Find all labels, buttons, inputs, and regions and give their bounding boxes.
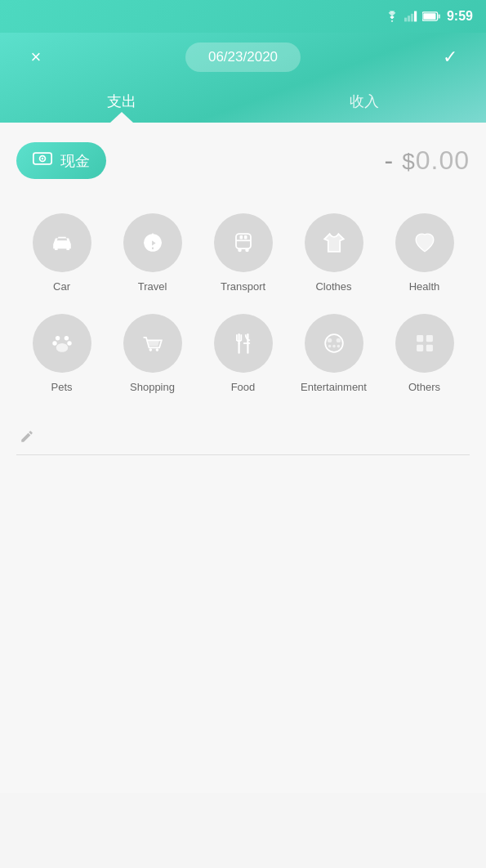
svg-point-19: [55, 336, 59, 340]
pencil-icon: [20, 429, 34, 448]
tab-row: 支出 收入: [0, 82, 486, 123]
svg-rect-2: [411, 14, 413, 22]
svg-point-24: [149, 348, 152, 351]
svg-rect-17: [239, 235, 243, 239]
svg-point-31: [327, 338, 331, 342]
others-circle: [395, 314, 454, 373]
clothes-circle: [305, 213, 363, 272]
note-row: [16, 423, 470, 455]
header: × 06/23/2020 ✓ 支出 收入: [0, 33, 486, 123]
svg-point-14: [238, 248, 242, 253]
travel-circle: [123, 213, 182, 272]
svg-rect-6: [423, 13, 435, 20]
category-others[interactable]: Others: [379, 306, 470, 406]
main-content: 现金 - $0.00 Car Travel Transport: [0, 123, 486, 793]
payment-pill[interactable]: 现金: [16, 142, 106, 179]
category-grid: Car Travel Transport Clothes: [16, 205, 470, 406]
wifi-icon: [385, 11, 399, 22]
svg-point-11: [65, 245, 69, 248]
status-time: 9:59: [447, 9, 473, 24]
category-entertainment[interactable]: Entertainment: [288, 306, 379, 406]
svg-point-35: [337, 345, 340, 348]
entertainment-circle: [305, 314, 363, 373]
status-bar: 9:59: [0, 0, 486, 33]
category-food[interactable]: Food: [198, 306, 288, 406]
tab-income[interactable]: 收入: [243, 82, 487, 123]
svg-point-32: [336, 338, 340, 342]
svg-rect-36: [417, 335, 423, 342]
svg-point-33: [332, 345, 336, 348]
svg-rect-0: [404, 18, 407, 22]
transport-circle: [214, 213, 273, 272]
status-icons: [385, 11, 440, 22]
clothes-label: Clothes: [315, 280, 351, 293]
battery-icon: [422, 11, 440, 21]
category-pets[interactable]: Pets: [16, 306, 107, 406]
tab-expense[interactable]: 支出: [0, 82, 243, 123]
svg-rect-5: [438, 14, 440, 18]
car-label: Car: [53, 280, 70, 293]
svg-rect-39: [426, 345, 432, 351]
category-transport[interactable]: Transport: [198, 205, 288, 306]
amount-display: - $0.00: [385, 145, 470, 176]
travel-label: Travel: [138, 280, 167, 293]
payment-icon: [33, 150, 52, 171]
svg-rect-3: [414, 11, 417, 22]
car-circle: [33, 213, 91, 272]
svg-rect-37: [426, 335, 432, 342]
health-circle: [395, 213, 454, 272]
svg-rect-18: [243, 235, 247, 239]
transport-label: Transport: [221, 280, 265, 293]
svg-rect-13: [236, 234, 251, 248]
svg-point-22: [67, 341, 71, 345]
confirm-button[interactable]: ✓: [437, 47, 463, 68]
category-clothes[interactable]: Clothes: [288, 205, 379, 306]
entertainment-label: Entertainment: [301, 381, 367, 393]
date-display[interactable]: 06/23/2020: [185, 43, 301, 72]
payment-row: 现金 - $0.00: [16, 142, 470, 179]
category-health[interactable]: Health: [379, 205, 470, 306]
pets-circle: [33, 314, 91, 373]
others-label: Others: [408, 381, 440, 393]
svg-point-23: [56, 343, 67, 352]
category-shopping[interactable]: Shopping: [107, 306, 198, 406]
top-nav: × 06/23/2020 ✓: [0, 33, 486, 82]
category-travel[interactable]: Travel: [107, 205, 198, 306]
food-label: Food: [231, 381, 256, 393]
shopping-label: Shopping: [130, 381, 175, 393]
category-car[interactable]: Car: [16, 205, 107, 306]
pets-label: Pets: [51, 381, 72, 393]
svg-point-21: [52, 341, 56, 345]
svg-point-20: [64, 336, 68, 340]
payment-label: 现金: [60, 151, 90, 171]
food-circle: [214, 314, 273, 373]
close-button[interactable]: ×: [23, 47, 49, 68]
signal-icon: [404, 11, 417, 22]
shopping-circle: [123, 314, 182, 373]
svg-point-9: [42, 158, 44, 160]
svg-point-30: [325, 334, 343, 352]
svg-point-34: [328, 345, 331, 348]
svg-point-15: [245, 248, 249, 253]
svg-point-25: [155, 348, 158, 351]
svg-rect-38: [417, 345, 423, 351]
svg-point-10: [55, 245, 58, 248]
note-input[interactable]: [42, 432, 466, 445]
svg-rect-1: [408, 16, 410, 21]
health-label: Health: [409, 280, 440, 293]
